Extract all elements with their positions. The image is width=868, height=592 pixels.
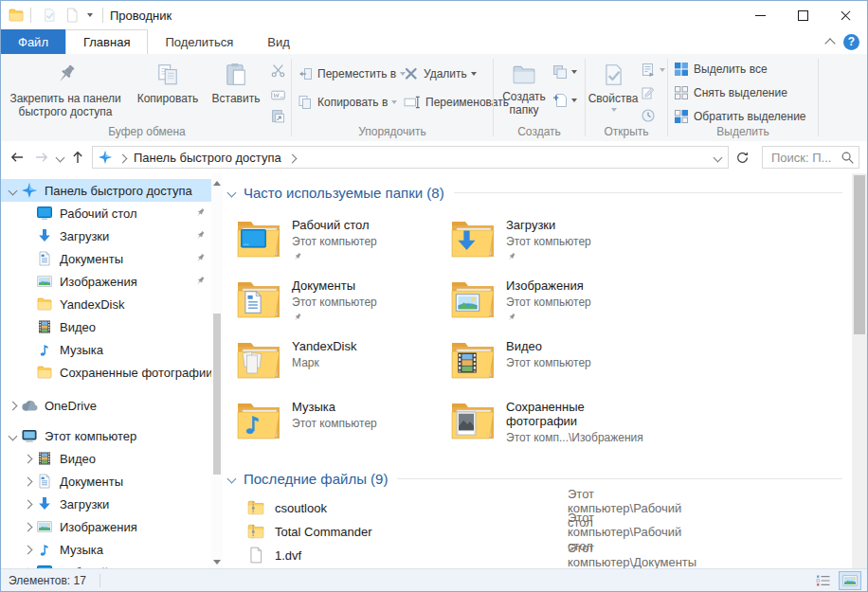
sidebar-item-pc-videos[interactable]: Видео [1, 447, 223, 470]
search-input[interactable] [769, 150, 841, 166]
expander-down-icon[interactable] [8, 186, 17, 195]
collapse-ribbon-icon[interactable] [824, 38, 835, 48]
breadcrumb-location[interactable]: Панель быстрого доступа [134, 151, 281, 165]
expander-right-icon[interactable] [8, 401, 17, 410]
sidebar-item-onedrive[interactable]: OneDrive [1, 394, 223, 417]
address-dropdown-button[interactable] [707, 154, 728, 161]
thumbnails-view-button[interactable] [839, 571, 861, 590]
edit-button[interactable] [641, 82, 656, 103]
sidebar-item-pc-music[interactable]: Музыка [1, 538, 223, 561]
rename-icon [404, 96, 421, 109]
refresh-button[interactable] [731, 146, 753, 169]
section-collapse-icon[interactable] [227, 474, 237, 483]
sidebar-item-pc-pictures[interactable]: Изображения [1, 515, 223, 538]
edit-icon [641, 85, 656, 100]
move-to-button[interactable]: Переместить в [298, 63, 408, 84]
qat-customize-chevron-icon[interactable] [87, 13, 93, 20]
expander-right-icon[interactable] [23, 476, 32, 486]
move-to-icon [298, 66, 313, 81]
minimize-button[interactable] [739, 1, 782, 29]
file-row-total-commander[interactable]: Total Commander Этот компьютер\Рабочий с… [247, 521, 372, 542]
recent-locations-button[interactable] [52, 148, 67, 167]
back-button[interactable] [7, 148, 27, 167]
easy-access-button[interactable] [552, 62, 580, 82]
tile-saved-photos[interactable]: Сохраненные фотографии Этот комп...\Изоб… [450, 399, 654, 452]
scrollbar-thumb[interactable] [213, 314, 221, 475]
paste-shortcut-button[interactable] [266, 105, 289, 126]
scroll-up-icon[interactable] [213, 177, 221, 185]
select-all-button[interactable]: Выделить все [674, 59, 768, 80]
expander-right-icon[interactable] [23, 545, 32, 554]
help-button[interactable]: ? [843, 34, 859, 50]
copy-path-button[interactable] [266, 84, 289, 105]
qat-properties-icon[interactable] [42, 8, 57, 23]
tab-share[interactable]: Поделиться [148, 29, 250, 54]
tab-view[interactable]: Вид [250, 29, 307, 54]
group-open: Свойства Открыть [586, 54, 667, 141]
sidebar-item-desktop[interactable]: Рабочий стол [1, 202, 223, 224]
tile-yandexdisk[interactable]: YandexDisk Марк [236, 338, 440, 391]
tile-videos[interactable]: Видео Этот компьютер [450, 338, 654, 391]
tile-music[interactable]: Музыка Этот компьютер [236, 399, 440, 452]
search-icon[interactable] [841, 151, 855, 165]
expander-down-icon[interactable] [8, 431, 17, 440]
maximize-icon [798, 10, 808, 21]
paste-button[interactable]: Вставить [208, 58, 264, 105]
maximize-button[interactable] [782, 1, 824, 29]
tile-downloads[interactable]: Загрузки Этот компьютер [450, 217, 654, 270]
content-scrollbar[interactable] [852, 173, 867, 571]
pin-to-quick-access-button[interactable]: Закрепить на панели быстрого доступа [5, 58, 126, 118]
sidebar-item-videos[interactable]: Видео [1, 315, 223, 338]
invert-selection-button[interactable]: Обратить выделение [674, 106, 806, 127]
new-folder-button[interactable]: Создать папку [497, 60, 551, 117]
pictures-overlay-icon [455, 290, 480, 315]
sidebar-item-yandexdisk[interactable]: YandexDisk [1, 293, 223, 315]
file-row-csoutlook[interactable]: csoutlook Этот компьютер\Рабочий стол [247, 497, 327, 518]
section-recent-files[interactable]: Последние файлы (9) [228, 469, 842, 488]
scroll-down-icon[interactable] [213, 560, 221, 567]
qat-new-folder-icon[interactable] [64, 8, 80, 23]
expander-right-icon[interactable] [23, 522, 32, 531]
new-item-button[interactable] [552, 90, 580, 111]
tab-file[interactable]: Файл [1, 29, 65, 54]
sidebar-item-pc-documents[interactable]: Документы [1, 470, 223, 493]
sidebar-item-documents[interactable]: Документы [1, 247, 223, 270]
sidebar-item-saved-photos[interactable]: Сохраненные фотографии [1, 361, 223, 384]
scrollbar-thumb[interactable] [854, 175, 865, 334]
details-view-button[interactable] [812, 571, 835, 590]
cut-button[interactable] [266, 60, 289, 81]
sidebar-item-downloads[interactable]: Загрузки [1, 224, 223, 247]
properties-button[interactable]: Свойства [588, 58, 639, 115]
tile-documents[interactable]: Документы Этот компьютер [236, 278, 440, 331]
pushpin-icon [53, 63, 78, 87]
chevron-down-icon [55, 152, 64, 162]
select-none-button[interactable]: Снять выделение [674, 82, 787, 103]
section-collapse-icon[interactable] [227, 188, 237, 197]
history-button[interactable] [641, 105, 656, 126]
open-with-button[interactable] [641, 60, 668, 81]
breadcrumb-chevron-icon[interactable] [287, 154, 297, 164]
copy-to-button[interactable]: Копировать в [298, 92, 400, 113]
sidebar-item-this-pc[interactable]: Этот компьютер [1, 424, 223, 447]
expander-right-icon[interactable] [23, 499, 32, 509]
tab-home[interactable]: Главная [65, 29, 148, 54]
sidebar-item-pictures[interactable]: Изображения [1, 270, 223, 293]
tile-desktop[interactable]: Рабочий стол Этот компьютер [236, 217, 440, 270]
forward-button[interactable] [31, 148, 52, 167]
sidebar-scrollbar[interactable] [211, 173, 223, 571]
sidebar-item-music[interactable]: Музыка [1, 338, 223, 361]
up-button[interactable] [67, 148, 88, 167]
search-box [762, 146, 859, 169]
copy-button[interactable]: Копировать [130, 58, 206, 105]
breadcrumb-chevron-icon[interactable] [118, 154, 128, 164]
document-overlay-icon [241, 290, 265, 314]
file-row-1dvf[interactable]: 1.dvf Этот компьютер\Документы [247, 545, 301, 565]
address-bar[interactable]: Панель быстрого доступа [92, 146, 729, 169]
close-button[interactable] [824, 1, 867, 29]
sidebar-item-quick-access[interactable]: Панель быстрого доступа [1, 179, 223, 202]
sidebar-item-pc-downloads[interactable]: Загрузки [1, 493, 223, 515]
tile-pictures[interactable]: Изображения Этот компьютер [450, 278, 654, 331]
delete-button[interactable]: Удалить [404, 63, 479, 84]
section-frequent-folders[interactable]: Часто используемые папки (8) [228, 183, 842, 202]
expander-right-icon[interactable] [23, 454, 32, 463]
